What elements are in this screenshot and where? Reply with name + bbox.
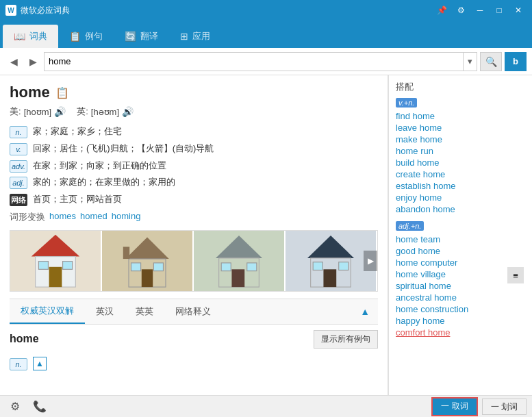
svg-marker-11	[216, 236, 262, 258]
collocations-title: 搭配	[396, 81, 525, 93]
svg-rect-7	[142, 269, 153, 287]
bing-button[interactable]: b	[505, 52, 527, 71]
word-form-homes[interactable]: homes	[49, 211, 76, 223]
tab-apps[interactable]: ⊞ 应用	[169, 25, 221, 48]
def-text-adj: 家的；家庭的；在家里做的；家用的	[33, 175, 175, 190]
example-icon: 📋	[69, 31, 81, 42]
def-v: v. 回家；居住；(飞机)归航；【火箭】(自动)导航	[10, 142, 378, 156]
tab-example[interactable]: 📋 例句	[58, 25, 114, 48]
gallery-img-3[interactable]	[194, 231, 286, 291]
collocations-ancestral-home[interactable]: ancestral home	[396, 292, 525, 303]
svg-rect-14	[221, 263, 231, 271]
pron-uk-label: 英:	[77, 105, 88, 118]
gallery-img-1[interactable]	[10, 231, 102, 291]
pron-uk: 英: [həʊm] 🔊	[77, 105, 134, 118]
sub-tab-enzh[interactable]: 英汉	[85, 300, 125, 323]
collocations-find-home[interactable]: find home	[396, 110, 525, 122]
phone-toolbar-btn[interactable]: 📞	[30, 398, 49, 416]
search-input-wrap: ▾	[44, 52, 477, 71]
sub-tab-authoritative[interactable]: 权威英汉双解	[10, 299, 85, 324]
gallery-next-btn[interactable]: ▶	[364, 251, 377, 271]
svg-rect-18	[323, 269, 336, 287]
quick-lookup-btn[interactable]: 一 取词	[433, 399, 476, 415]
forward-button[interactable]: ▶	[25, 53, 41, 70]
settings-btn[interactable]: ⚙	[453, 3, 469, 17]
tab-dict[interactable]: 📖 词典	[3, 25, 58, 48]
pronunciation: 美: [hoʊm] 🔊 英: [həʊm] 🔊	[10, 105, 378, 118]
title-bar: W 微软必应词典 📌 ⚙ ─ □ ✕	[0, 0, 532, 21]
show-examples-btn[interactable]: 显示所有例句	[314, 330, 378, 349]
collocations-home-construction[interactable]: home construction	[396, 303, 525, 315]
bottom-toolbar: ⚙ 📞 一 取词 一 划词	[0, 395, 532, 417]
pin-btn[interactable]: 📌	[433, 3, 450, 17]
def-net: 网络 首页；主页；网站首页	[10, 192, 378, 207]
list-view-icon[interactable]: ≡	[507, 267, 524, 283]
word-form-homing[interactable]: homing	[112, 211, 141, 223]
svg-rect-10	[123, 247, 129, 259]
sub-tab-enen[interactable]: 英英	[125, 300, 164, 323]
gallery-img-2[interactable]	[102, 231, 194, 291]
tab-translate[interactable]: 🔄 翻译	[114, 25, 169, 48]
def-text-net: 首页；主页；网站首页	[33, 192, 122, 207]
collocations-abandon-home[interactable]: abandon home	[396, 203, 525, 215]
collocations-establish-home[interactable]: establish home	[396, 180, 525, 192]
pos-badge-adj: adj.	[10, 177, 27, 189]
search-input[interactable]	[45, 56, 463, 66]
minimize-btn[interactable]: ─	[472, 3, 488, 17]
collocations-spiritual-home[interactable]: spiritual home	[396, 280, 525, 292]
add-word-icon[interactable]: 📋	[55, 86, 69, 99]
maximize-btn[interactable]: □	[491, 3, 507, 17]
collocations-good-home[interactable]: good home	[396, 245, 525, 257]
collocations-home-computer[interactable]: home computer	[396, 257, 525, 268]
collocations-comfort-home[interactable]: comfort home	[396, 327, 525, 338]
expand-icon[interactable]: ▲	[33, 357, 47, 370]
svg-marker-0	[31, 235, 79, 257]
collocations-home-village[interactable]: home village	[396, 268, 525, 280]
def-text-v: 回家；居住；(飞机)归航；【火箭】(自动)导航	[33, 142, 214, 156]
svg-marker-5	[125, 237, 168, 259]
pron-us-ipa: [hoʊm]	[24, 107, 52, 117]
badge-vn: v.+n.	[396, 98, 417, 108]
settings-toolbar-btn[interactable]: ⚙	[5, 398, 25, 416]
def-text-adv: 在家；到家；向家；到正确的位置	[33, 159, 166, 173]
svg-rect-2	[49, 267, 62, 287]
collocations-happy-home[interactable]: happy home	[396, 315, 525, 327]
result-word: home	[10, 333, 39, 345]
close-btn[interactable]: ✕	[510, 3, 527, 17]
badge-adjn: adj.+n.	[396, 221, 424, 231]
search-button[interactable]: 🔍	[480, 52, 502, 71]
word-title: home	[10, 84, 50, 101]
pos-badge-net: 网络	[10, 194, 27, 206]
sub-tab-web[interactable]: 网络释义	[164, 300, 222, 323]
tab-bar: 📖 词典 📋 例句 🔄 翻译 ⊞ 应用	[0, 21, 532, 48]
apps-icon: ⊞	[180, 31, 188, 42]
app-icon: W	[5, 5, 16, 16]
pron-us: 美: [hoʊm] 🔊	[10, 105, 66, 118]
collapse-btn[interactable]: ▲	[352, 301, 378, 323]
word-header: home 📋	[10, 84, 378, 101]
collocations-enjoy-home[interactable]: enjoy home	[396, 192, 525, 203]
collocations-make-home[interactable]: make home	[396, 134, 525, 145]
collocations-home-team[interactable]: home team	[396, 233, 525, 245]
word-forms: 词形变换 homes homed homing	[10, 211, 378, 223]
app-title: 微软必应词典	[21, 5, 433, 16]
translate-btn[interactable]: 一 划词	[482, 399, 527, 415]
speaker-us-icon[interactable]: 🔊	[54, 106, 66, 117]
svg-marker-16	[307, 236, 354, 258]
collocations-build-home[interactable]: build home	[396, 157, 525, 168]
left-panel: home 📋 美: [hoʊm] 🔊 英: [həʊm] 🔊 n. 家；家庭；家…	[0, 75, 388, 395]
word-forms-label: 词形变换	[10, 211, 45, 223]
translate-icon: 🔄	[125, 31, 136, 42]
pron-uk-ipa: [həʊm]	[91, 107, 119, 117]
def-adv: adv. 在家；到家；向家；到正确的位置	[10, 159, 378, 173]
back-button[interactable]: ◀	[5, 53, 22, 70]
word-form-homed[interactable]: homed	[80, 211, 107, 223]
collocations-home-run[interactable]: home run	[396, 145, 525, 157]
main-content: home 📋 美: [hoʊm] 🔊 英: [həʊm] 🔊 n. 家；家庭；家…	[0, 75, 532, 395]
collocations-create-home[interactable]: create home	[396, 168, 525, 180]
speaker-uk-icon[interactable]: 🔊	[122, 106, 134, 117]
collocations-leave-home[interactable]: leave home	[396, 122, 525, 134]
search-dropdown-btn[interactable]: ▾	[463, 53, 477, 71]
pos-badge-v: v.	[10, 143, 27, 155]
def-text-n: 家；家庭；家乡；住宅	[33, 125, 122, 139]
